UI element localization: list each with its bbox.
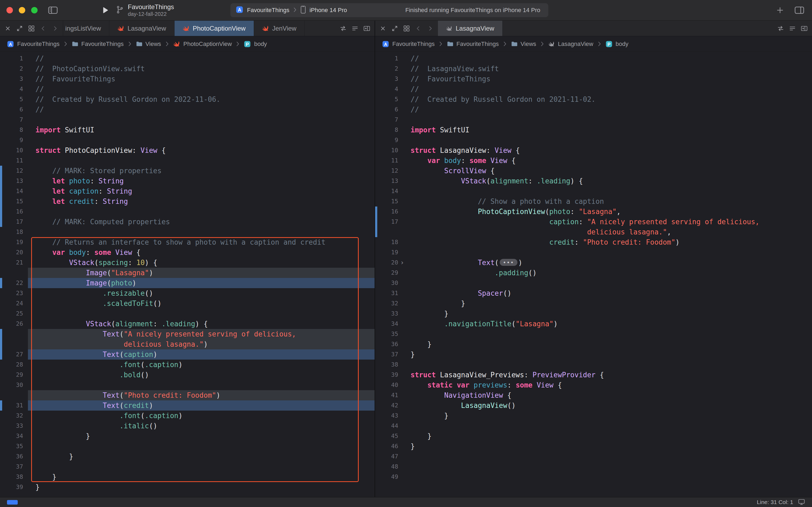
code-text[interactable]: } — [403, 298, 812, 308]
code-text[interactable]: ScrollView { — [403, 166, 812, 176]
code-text[interactable]: Spacer() — [403, 288, 812, 298]
code-text[interactable]: VStack(alignment: .leading) { — [403, 176, 812, 186]
code-text[interactable]: // MARK: Computed properties — [28, 217, 374, 227]
code-review-icon[interactable] — [338, 23, 349, 34]
code-text[interactable] — [28, 115, 374, 125]
forward-icon[interactable] — [424, 23, 436, 34]
close-editor-icon[interactable] — [2, 23, 13, 34]
code-text[interactable]: // FavouriteThings — [28, 74, 374, 84]
code-text[interactable]: struct LasagnaView: View { — [403, 145, 812, 156]
code-text[interactable]: Image("Lasagna") — [28, 268, 374, 278]
breadcrumb-item-FavouriteThings[interactable]: FavouriteThings — [447, 41, 499, 48]
code-text[interactable] — [403, 247, 812, 258]
code-text[interactable]: var body: some View { — [403, 156, 812, 166]
back-icon[interactable] — [413, 23, 424, 34]
code-text[interactable]: .scaledToFit() — [28, 298, 374, 308]
code-text[interactable]: // — [28, 53, 374, 64]
code-text[interactable]: // MARK: Stored properties — [28, 166, 374, 176]
code-text[interactable] — [28, 462, 374, 472]
breadcrumb-item-LasagnaView[interactable]: LasagnaView — [548, 41, 593, 48]
close-editor-icon[interactable] — [377, 23, 389, 34]
code-text[interactable] — [28, 227, 374, 237]
code-text[interactable]: } — [403, 308, 812, 319]
code-text[interactable] — [28, 441, 374, 451]
code-text[interactable]: static var previews: some View { — [403, 380, 812, 390]
code-text[interactable] — [403, 472, 812, 482]
code-text[interactable]: credit: "Photo credit: Foodom") — [403, 237, 812, 247]
code-text[interactable] — [403, 186, 812, 196]
code-text[interactable] — [403, 451, 812, 462]
code-text[interactable]: // Created by Russell Gordon on 2022-11-… — [28, 94, 374, 105]
breadcrumb-item-FavouriteThings[interactable]: FavouriteThings — [72, 41, 124, 48]
code-text[interactable]: caption: "A nicely presented serving of … — [403, 217, 812, 227]
close-window-button[interactable] — [6, 7, 13, 13]
code-text[interactable]: VStack(alignment: .leading) { — [28, 319, 374, 329]
tab-LasagnaView[interactable]: LasagnaView — [438, 21, 503, 36]
code-editor-right[interactable]: 1//2// LasagnaView.swift3// FavouriteThi… — [375, 52, 812, 497]
back-icon[interactable] — [38, 23, 49, 34]
forward-icon[interactable] — [49, 23, 61, 34]
breadcrumb-item-body[interactable]: Pbody — [244, 41, 267, 48]
run-button[interactable] — [99, 4, 111, 16]
code-text[interactable]: } — [28, 451, 374, 462]
inspector-sidebar-toggle-icon[interactable] — [793, 4, 806, 16]
code-text[interactable]: // LasagnaView.swift — [403, 64, 812, 74]
code-review-icon[interactable] — [775, 23, 786, 34]
code-text[interactable]: // Created by Russell Gordon on 2021-11-… — [403, 94, 812, 105]
code-text[interactable] — [403, 421, 812, 431]
zoom-window-button[interactable] — [31, 7, 38, 13]
code-text[interactable]: } — [403, 339, 812, 349]
code-text[interactable]: // — [403, 105, 812, 115]
code-text[interactable] — [403, 135, 812, 145]
code-text[interactable]: Text(caption) — [28, 349, 374, 359]
code-editor-left[interactable]: 1//2// PhotoCaptionView.swift3// Favouri… — [0, 52, 374, 497]
code-text[interactable]: .bold() — [28, 370, 374, 380]
code-text[interactable] — [403, 115, 812, 125]
breadcrumb-item-Views[interactable]: Views — [136, 41, 161, 48]
code-text[interactable] — [28, 207, 374, 217]
code-text[interactable]: // — [28, 84, 374, 94]
code-text[interactable] — [28, 135, 374, 145]
code-text[interactable] — [403, 329, 812, 339]
code-text[interactable]: } — [28, 482, 374, 492]
focus-editor-icon[interactable] — [389, 23, 400, 34]
code-text[interactable]: let credit: String — [28, 196, 374, 207]
code-text[interactable]: Text(credit) — [28, 400, 374, 410]
code-text[interactable] — [403, 462, 812, 472]
add-editor-icon[interactable] — [799, 23, 810, 34]
code-text[interactable]: NavigationView { — [403, 390, 812, 400]
code-text[interactable]: let caption: String — [28, 186, 374, 196]
folded-code-pill[interactable]: ••• — [500, 259, 517, 266]
code-text[interactable] — [28, 156, 374, 166]
code-text[interactable] — [403, 359, 812, 370]
code-text[interactable]: } — [403, 349, 812, 359]
add-button[interactable] — [774, 4, 786, 16]
code-text[interactable] — [403, 278, 812, 288]
code-text[interactable]: Text("A nicely presented serving of deli… — [28, 329, 374, 339]
editor-options-icon[interactable] — [349, 23, 361, 34]
code-text[interactable]: Image(photo) — [28, 278, 374, 288]
display-icon[interactable] — [798, 498, 805, 506]
code-text[interactable]: VStack(spacing: 10) { — [28, 258, 374, 268]
jump-bar-right[interactable]: AFavouriteThingsFavouriteThingsViewsLasa… — [375, 36, 812, 52]
code-text[interactable]: let photo: String — [28, 176, 374, 186]
code-text[interactable]: import SwiftUI — [28, 125, 374, 135]
code-text[interactable]: PhotoCaptionView(photo: "Lasagna", — [403, 207, 812, 217]
code-text[interactable]: .font(.caption) — [28, 359, 374, 370]
code-text[interactable]: LasagnaView() — [403, 400, 812, 410]
tab-JenView[interactable]: JenView — [254, 21, 305, 36]
grid-icon[interactable] — [401, 23, 412, 34]
code-text[interactable]: var body: some View { — [28, 247, 374, 258]
code-text[interactable]: Text(•••) — [403, 258, 812, 268]
code-text[interactable]: struct PhotoCaptionView: View { — [28, 145, 374, 156]
code-text[interactable]: } — [403, 441, 812, 451]
code-text[interactable]: // FavouriteThings — [403, 74, 812, 84]
activity-view[interactable]: A FavouriteThings iPhone 14 Pro Finished… — [230, 3, 548, 17]
code-text[interactable] — [28, 380, 374, 390]
code-text[interactable]: } — [403, 431, 812, 441]
code-text[interactable]: } — [28, 472, 374, 482]
breadcrumb-item-body[interactable]: Pbody — [605, 41, 629, 48]
code-text[interactable]: // PhotoCaptionView.swift — [28, 64, 374, 74]
focus-editor-icon[interactable] — [14, 23, 25, 34]
tab-LasagnaView[interactable]: LasagnaView — [109, 21, 175, 36]
